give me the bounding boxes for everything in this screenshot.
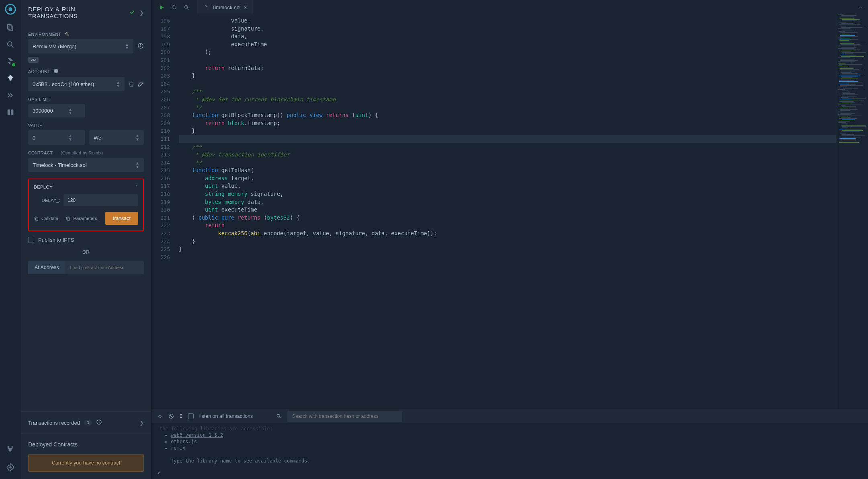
calldata-button[interactable]: Calldata (34, 216, 58, 221)
svg-rect-15 (68, 218, 70, 220)
svg-line-22 (175, 8, 176, 9)
svg-marker-19 (160, 5, 164, 9)
plug-icon[interactable]: 🔌 (64, 31, 70, 37)
contract-note: (Compiled by Remix) (61, 150, 103, 155)
search-icon[interactable] (276, 413, 282, 419)
chevron-up-icon[interactable]: ⌃ (135, 184, 138, 189)
compile-success-badge (12, 63, 16, 67)
zoom-in-icon[interactable] (184, 4, 190, 10)
value-input[interactable]: ▲▼ (28, 130, 85, 145)
svg-point-1 (8, 7, 12, 11)
ipfs-checkbox[interactable] (28, 237, 34, 243)
svg-point-4 (8, 42, 12, 46)
contract-label: CONTRACT (28, 150, 53, 155)
parameters-button[interactable]: Parameters (66, 216, 97, 221)
deploy-panel: DEPLOY & RUN TRANSACTIONS ❯ ENVIRONMENT … (21, 0, 151, 479)
settings-icon[interactable] (6, 463, 15, 472)
ipfs-label: Publish to IPFS (38, 237, 74, 243)
delay-input[interactable] (63, 194, 138, 206)
transactions-recorded[interactable]: Transactions recorded 0 ❯ (21, 411, 151, 434)
select-arrows-icon: ▲▼ (125, 43, 129, 50)
search-icon[interactable] (6, 40, 15, 49)
book-icon[interactable] (6, 108, 15, 117)
no-contract-card: Currently you have no contract (28, 454, 144, 472)
editor-tab[interactable]: Timelock.sol × (197, 0, 253, 14)
or-separator: OR (28, 249, 144, 255)
at-address-input[interactable] (65, 261, 144, 274)
expand-icon[interactable]: ↔ (858, 4, 868, 10)
clear-icon[interactable] (168, 413, 174, 419)
close-icon[interactable]: × (244, 4, 247, 10)
stepper-arrows-icon[interactable]: ▲▼ (68, 134, 76, 141)
select-arrows-icon: ▲▼ (116, 80, 120, 88)
account-label: ACCOUNT (28, 69, 50, 74)
panel-title: DEPLOY & RUN TRANSACTIONS (28, 6, 125, 19)
svg-point-9 (140, 44, 141, 45)
svg-rect-14 (35, 218, 38, 220)
plugin-icon[interactable] (6, 445, 15, 454)
check-icon (129, 9, 135, 16)
chevron-right-icon[interactable]: ❯ (139, 10, 144, 16)
svg-line-26 (187, 8, 188, 9)
collapse-icon[interactable] (157, 413, 163, 419)
terminal-prompt[interactable]: > (151, 467, 868, 479)
deployed-contracts-label: Deployed Contracts (28, 441, 144, 448)
terminal-output[interactable]: the following libraries are accessible: … (151, 423, 868, 467)
svg-line-5 (12, 46, 14, 48)
terminal-search-input[interactable] (287, 411, 402, 422)
info-icon[interactable] (137, 43, 144, 50)
tx-count-badge: 0 (84, 420, 92, 426)
svg-point-29 (277, 414, 280, 417)
solidity-file-icon (203, 4, 209, 10)
chevron-right-icon[interactable]: ❯ (139, 420, 144, 426)
value-unit-select[interactable]: Wei▲▼ (89, 130, 144, 145)
account-select[interactable]: 0x5B3...eddC4 (100 ether) ▲▼ (28, 77, 125, 91)
compiler-icon[interactable] (6, 57, 15, 66)
editor-top-bar: Timelock.sol × ↔ (151, 0, 868, 14)
terminal-bar: 0 listen on all transactions (151, 409, 868, 423)
svg-point-6 (9, 466, 12, 469)
debug-icon[interactable] (6, 91, 15, 100)
deploy-label: DEPLOY (34, 185, 53, 189)
contract-select[interactable]: Timelock - Timelock.sol▲▼ (28, 158, 144, 172)
add-account-icon[interactable] (53, 68, 59, 74)
value-label: VALUE (28, 123, 144, 128)
main-area: Timelock.sol × ↔ 19619719819920020120220… (151, 0, 868, 479)
listen-checkbox[interactable] (188, 413, 194, 419)
zoom-out-icon[interactable] (171, 4, 177, 10)
pending-count: 0 (180, 413, 182, 419)
code-editor[interactable]: value, signature, data, executeTime ); r… (176, 14, 836, 409)
info-icon[interactable] (96, 419, 102, 426)
at-address-button[interactable]: At Address (28, 261, 65, 274)
remix-logo[interactable] (4, 3, 16, 15)
select-arrows-icon: ▲▼ (135, 134, 139, 141)
deploy-icon[interactable] (6, 74, 15, 83)
svg-point-18 (99, 421, 99, 421)
deploy-box: DEPLOY ⌃ DELAY_: Calldata Parameters tra… (28, 179, 144, 231)
gas-limit-input[interactable]: ▲▼ (28, 104, 85, 117)
select-arrows-icon: ▲▼ (135, 161, 139, 169)
svg-line-28 (170, 415, 173, 417)
tab-filename: Timelock.sol (212, 4, 241, 10)
gas-limit-label: GAS LIMIT (28, 97, 144, 102)
file-explorer-icon[interactable] (6, 23, 15, 32)
copy-icon[interactable] (128, 81, 134, 87)
edit-icon[interactable] (137, 81, 144, 87)
transact-button[interactable]: transact (105, 212, 138, 225)
svg-line-30 (280, 417, 281, 418)
minimap[interactable] (836, 14, 868, 409)
environment-label: ENVIRONMENT (28, 32, 61, 37)
vm-tag: VM (28, 57, 39, 63)
icon-rail (0, 0, 21, 479)
play-icon[interactable] (159, 4, 165, 10)
svg-rect-13 (130, 83, 133, 86)
environment-select[interactable]: Remix VM (Merge) ▲▼ (28, 39, 133, 53)
listen-label: listen on all transactions (199, 413, 253, 419)
delay-param-label: DELAY_: (34, 198, 63, 203)
stepper-arrows-icon[interactable]: ▲▼ (68, 107, 76, 115)
line-gutter: 1961971981992002012022032042052062072082… (151, 14, 176, 409)
